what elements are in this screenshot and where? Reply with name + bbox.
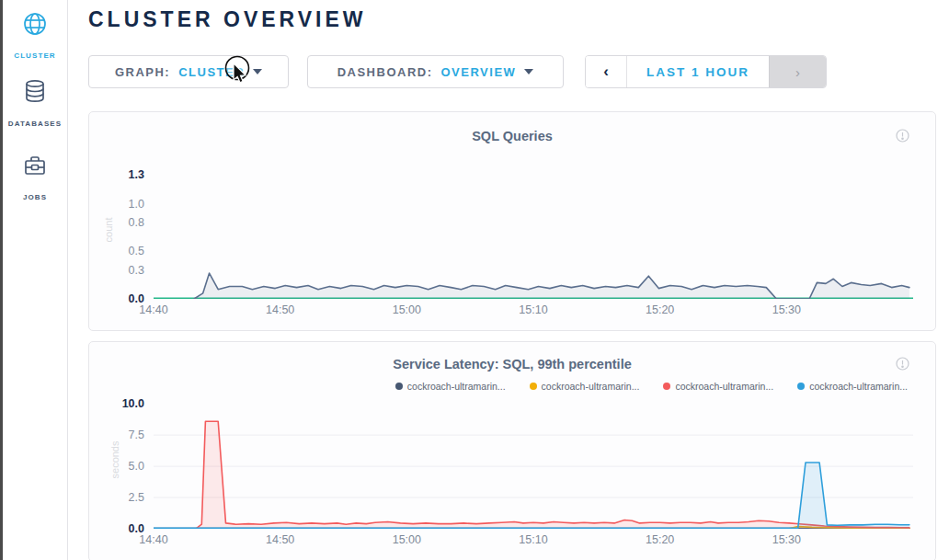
legend-dot-icon <box>663 383 670 390</box>
sidebar-item-cluster[interactable]: CLUSTER <box>3 11 67 62</box>
y-tick-label: 10.0 <box>89 397 144 410</box>
legend-item[interactable]: cockroach-ultramarin... <box>797 381 908 392</box>
database-icon <box>3 79 67 109</box>
x-tick-label: 15:20 <box>638 303 682 316</box>
sidebar-item-databases[interactable]: DATABASES <box>3 79 67 130</box>
graph-dropdown-label: GRAPH: <box>115 65 170 79</box>
legend-item[interactable]: cockroach-ultramarin... <box>395 381 506 392</box>
chart-title: SQL Queries <box>89 129 935 143</box>
info-icon[interactable] <box>896 357 909 374</box>
chart-plot[interactable] <box>154 163 913 299</box>
main-content: CLUSTER OVERVIEW GRAPH: CLUSTER DASHBOAR… <box>68 0 949 560</box>
y-tick-label: 7.5 <box>89 429 144 441</box>
time-next-button: › <box>769 56 826 87</box>
graph-dropdown-value: CLUSTER <box>178 65 245 79</box>
legend-dot-icon <box>530 383 537 390</box>
x-tick-label: 14:40 <box>131 303 176 316</box>
sidebar: CLUSTER DATABASES JOBS <box>3 0 68 560</box>
x-tick-label: 14:50 <box>258 303 303 316</box>
chart-card-sql-queries: SQL Queries count 0.00.30.50.81.01.314:4… <box>88 111 936 331</box>
briefcase-icon <box>3 154 67 182</box>
time-window-picker: ‹ LAST 1 HOUR › <box>585 55 827 88</box>
legend-label: cockroach-ultramarin... <box>407 381 506 392</box>
page-title: CLUSTER OVERVIEW <box>88 7 367 32</box>
legend-item[interactable]: cockroach-ultramarin... <box>530 381 640 392</box>
chart-card-service-latency: Service Latency: SQL, 99th percentile co… <box>88 341 936 560</box>
time-window-label[interactable]: LAST 1 HOUR <box>627 56 769 87</box>
legend-label: cockroach-ultramarin... <box>542 381 640 392</box>
dashboard-dropdown[interactable]: DASHBOARD: OVERVIEW <box>307 55 564 88</box>
sidebar-item-label: DATABASES <box>8 120 63 128</box>
sidebar-item-jobs[interactable]: JOBS <box>3 154 67 203</box>
y-tick-label: 5.0 <box>89 460 144 473</box>
x-tick-label: 15:00 <box>384 533 429 546</box>
dashboard-dropdown-label: DASHBOARD: <box>337 65 433 79</box>
chart-plot[interactable] <box>154 396 913 529</box>
globe-icon <box>3 11 67 40</box>
legend-dot-icon <box>395 383 403 390</box>
graph-dropdown[interactable]: GRAPH: CLUSTER <box>88 55 289 88</box>
x-tick-label: 15:30 <box>764 533 808 546</box>
chevron-down-icon <box>524 69 533 74</box>
legend-dot-icon <box>797 383 805 390</box>
x-tick-label: 15:10 <box>511 533 555 546</box>
x-tick-label: 14:50 <box>258 533 303 546</box>
x-tick-label: 14:40 <box>131 533 176 546</box>
legend-item[interactable]: cockroach-ultramarin... <box>663 381 773 392</box>
x-tick-label: 15:30 <box>764 303 808 316</box>
legend-label: cockroach-ultramarin... <box>809 381 908 392</box>
x-tick-label: 15:10 <box>511 303 555 316</box>
legend-label: cockroach-ultramarin... <box>675 381 773 392</box>
y-tick-label: 0.8 <box>89 216 144 229</box>
y-tick-label: 0.5 <box>89 245 144 257</box>
info-icon[interactable] <box>896 129 909 146</box>
x-tick-label: 15:00 <box>384 303 429 316</box>
x-tick-label: 15:20 <box>638 533 682 546</box>
y-tick-label: 1.3 <box>89 168 144 181</box>
dashboard-dropdown-value: OVERVIEW <box>441 65 517 79</box>
chevron-down-icon <box>253 69 262 74</box>
y-tick-label: 0.3 <box>89 264 144 277</box>
y-tick-label: 1.0 <box>89 198 144 211</box>
chart-title: Service Latency: SQL, 99th percentile <box>89 357 935 371</box>
time-prev-button[interactable]: ‹ <box>586 56 627 87</box>
sidebar-item-label: JOBS <box>23 193 47 201</box>
y-tick-label: 2.5 <box>89 491 144 504</box>
sidebar-item-label: CLUSTER <box>14 51 55 60</box>
chart-legend: cockroach-ultramarin...cockroach-ultrama… <box>395 381 908 392</box>
